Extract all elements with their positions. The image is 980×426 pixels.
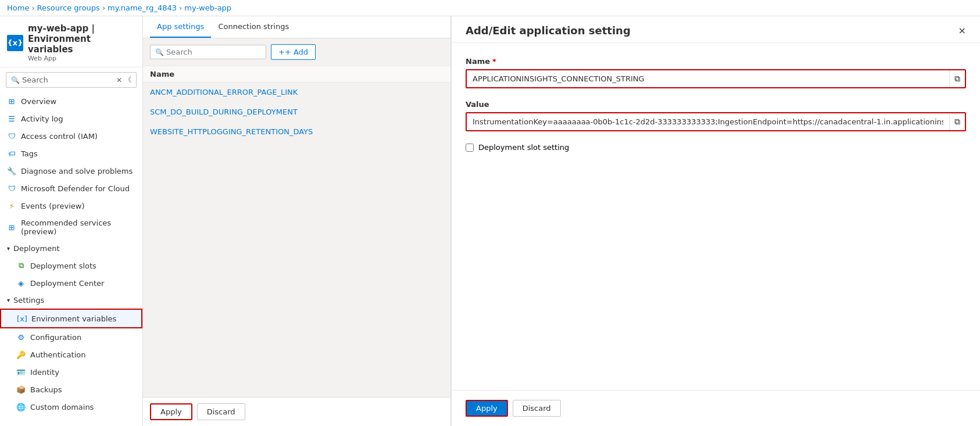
sidebar-item-activity-log[interactable]: ☰ Activity log: [0, 110, 142, 127]
deployment-slot-checkbox[interactable]: [466, 144, 474, 152]
top-breadcrumb-bar: Home › Resource groups › my.name_rg_4843…: [0, 0, 980, 16]
name-label: Name *: [466, 57, 966, 66]
chevron-down-icon: ▾: [7, 245, 10, 252]
layers-icon: ⧉: [16, 261, 26, 270]
sidebar-item-label: Events (preview): [21, 202, 85, 210]
group-label: Deployment: [13, 244, 60, 253]
sidebar-item-defender[interactable]: 🛡 Microsoft Defender for Cloud: [0, 180, 142, 197]
sidebar-item-diagnose[interactable]: 🔧 Diagnose and solve problems: [0, 162, 142, 180]
sidebar-item-custom-domains[interactable]: 🌐 Custom domains: [0, 398, 142, 416]
sidebar-item-events[interactable]: ⚡ Events (preview): [0, 197, 142, 214]
grid-dots-icon: ⊞: [7, 223, 16, 232]
edit-dialog: Add/Edit application setting × Name * ⧉: [451, 16, 980, 426]
settings-list: ANCM_ADDITIONAL_ERROR_PAGE_LINK SCM_DO_B…: [143, 83, 450, 397]
sidebar-item-label: Backups: [30, 385, 62, 394]
add-setting-button[interactable]: + + Add: [271, 44, 316, 60]
edit-dialog-header: Add/Edit application setting ×: [452, 16, 980, 43]
sidebar-item-label: Identity: [30, 368, 59, 377]
sidebar-item-recommended[interactable]: ⊞ Recommended services (preview): [0, 214, 142, 240]
sidebar-search-box[interactable]: 🔍 Search ✕ 《: [6, 72, 137, 88]
setting-link[interactable]: WEBSITE_HTTPLOGGING_RETENTION_DAYS: [150, 127, 313, 136]
sidebar-item-configuration[interactable]: ⚙ Configuration: [0, 328, 142, 346]
edit-dialog-footer: Apply Discard: [452, 390, 980, 426]
sidebar-item-label: Access control (IAM): [21, 132, 98, 141]
value-label: Value: [466, 100, 966, 109]
search-icon: 🔍: [11, 76, 20, 84]
breadcrumb-rg[interactable]: my.name_rg_4843: [108, 3, 177, 12]
bolt-icon: ⚡: [7, 201, 16, 210]
value-field: Value ⧉: [466, 100, 966, 131]
sidebar-item-authentication[interactable]: 🔑 Authentication: [0, 346, 142, 363]
breadcrumb-resource-groups[interactable]: Resource groups: [37, 3, 100, 12]
sidebar: {x} my-web-app | Environment variables W…: [0, 16, 143, 426]
wrench-icon: 🔧: [7, 166, 16, 176]
value-input[interactable]: [467, 114, 949, 130]
discard-dialog-button[interactable]: Discard: [513, 400, 561, 417]
app-icon: {x}: [7, 35, 23, 51]
sidebar-item-backups[interactable]: 📦 Backups: [0, 381, 142, 398]
app-type: Web App: [28, 55, 135, 62]
table-header: Name: [143, 66, 450, 83]
value-copy-button[interactable]: ⧉: [949, 113, 965, 130]
sidebar-group-settings[interactable]: ▾ Settings: [0, 292, 142, 309]
sidebar-item-tags[interactable]: 🏷 Tags: [0, 145, 142, 162]
sidebar-item-deployment-slots[interactable]: ⧉ Deployment slots: [0, 257, 142, 274]
app-settings-panel: App settings Connection strings 🔍 + + Ad…: [143, 16, 451, 426]
deployment-slot-label: Deployment slot setting: [478, 143, 569, 152]
sidebar-item-env-variables[interactable]: [x] Environment variables: [0, 309, 142, 328]
sidebar-item-label: Recommended services (preview): [21, 219, 135, 236]
sidebar-item-label: Configuration: [30, 333, 81, 342]
name-input[interactable]: [467, 71, 949, 87]
settings-search-input[interactable]: [166, 48, 261, 56]
sidebar-item-label: Tags: [21, 149, 38, 158]
breadcrumb-app[interactable]: my-web-app: [184, 3, 231, 12]
chevron-down-icon: ▾: [7, 297, 10, 303]
sidebar-item-identity[interactable]: 🪪 Identity: [0, 363, 142, 381]
name-input-wrapper: ⧉: [466, 69, 966, 88]
group-label: Settings: [13, 296, 44, 305]
table-row[interactable]: ANCM_ADDITIONAL_ERROR_PAGE_LINK: [143, 83, 450, 102]
value-input-wrapper: ⧉: [466, 112, 966, 131]
list-icon: ☰: [7, 114, 16, 123]
settings-search-box[interactable]: 🔍: [150, 45, 266, 59]
apply-button[interactable]: Apply: [150, 403, 192, 420]
app-name: my-web-app | Environment variables: [28, 23, 135, 55]
breadcrumb: Home › Resource groups › my.name_rg_4843…: [7, 3, 231, 12]
breadcrumb-home[interactable]: Home: [7, 3, 29, 12]
edit-dialog-title: Add/Edit application setting: [466, 24, 631, 37]
sidebar-item-label: Deployment Center: [30, 279, 104, 288]
shield-icon: 🛡: [7, 131, 16, 141]
sidebar-item-label: Diagnose and solve problems: [21, 167, 133, 176]
plus-icon: +: [278, 48, 285, 56]
archive-icon: 📦: [16, 385, 26, 394]
sidebar-header: {x} my-web-app | Environment variables W…: [0, 16, 142, 67]
sidebar-collapse-icon[interactable]: 《: [124, 75, 131, 85]
sidebar-item-label: Custom domains: [30, 403, 94, 411]
tab-connection-strings[interactable]: Connection strings: [211, 16, 296, 38]
table-row[interactable]: WEBSITE_HTTPLOGGING_RETENTION_DAYS: [143, 122, 450, 142]
sidebar-nav: ⊞ Overview ☰ Activity log 🛡 Access contr…: [0, 92, 142, 426]
name-copy-button[interactable]: ⧉: [949, 70, 965, 87]
discard-button[interactable]: Discard: [197, 403, 245, 420]
table-row[interactable]: SCM_DO_BUILD_DURING_DEPLOYMENT: [143, 102, 450, 122]
tab-app-settings[interactable]: App settings: [150, 16, 211, 38]
sidebar-item-label: Authentication: [30, 350, 85, 359]
apply-dialog-button[interactable]: Apply: [466, 400, 508, 417]
settings-toolbar: 🔍 + + Add: [143, 38, 450, 66]
search-clear-icon[interactable]: ✕: [116, 76, 122, 84]
setting-link[interactable]: SCM_DO_BUILD_DURING_DEPLOYMENT: [150, 108, 298, 116]
shield-check-icon: 🛡: [7, 184, 16, 193]
sidebar-search-area: 🔍 Search ✕ 《: [0, 67, 142, 92]
sidebar-item-label: Activity log: [21, 114, 63, 123]
tag-icon: 🏷: [7, 149, 16, 158]
deployment-slot-row: Deployment slot setting: [466, 143, 966, 152]
name-field: Name * ⧉: [466, 57, 966, 88]
setting-link[interactable]: ANCM_ADDITIONAL_ERROR_PAGE_LINK: [150, 88, 298, 96]
sidebar-item-overview[interactable]: ⊞ Overview: [0, 92, 142, 110]
search-label: Search: [22, 76, 48, 84]
sidebar-group-deployment[interactable]: ▾ Deployment: [0, 240, 142, 257]
close-dialog-button[interactable]: ×: [958, 25, 966, 36]
sidebar-item-access-control[interactable]: 🛡 Access control (IAM): [0, 127, 142, 145]
sidebar-item-deployment-center[interactable]: ◈ Deployment Center: [0, 274, 142, 292]
sidebar-item-label: Microsoft Defender for Cloud: [21, 184, 130, 193]
